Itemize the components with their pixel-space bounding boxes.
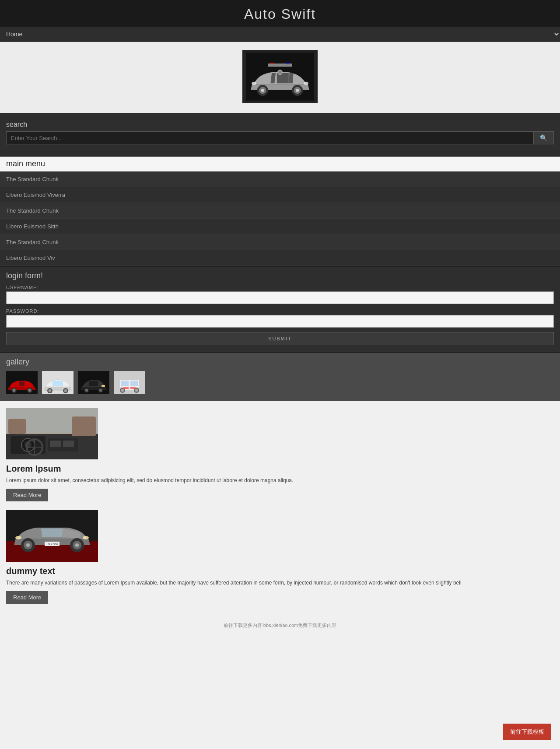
username-label: USERNAME: (6, 285, 554, 290)
search-section: search 🔍 (6, 117, 554, 144)
submit-button[interactable]: SUBMIT (6, 332, 554, 345)
site-header: Auto Swift (0, 0, 560, 27)
password-input[interactable] (6, 315, 554, 328)
gallery-thumb-4[interactable] (114, 371, 145, 394)
footer-watermark: 前往下载更多内容 bbs.xieniao.com免费下载更多内容 (0, 620, 560, 631)
menu-item[interactable]: The Standard Chunk (0, 203, 560, 219)
site-title: Auto Swift (0, 6, 560, 22)
login-section: login form! USERNAME: PASSWORD: SUBMIT (0, 266, 560, 352)
svg-point-37 (135, 389, 138, 392)
read-more-button-2[interactable]: Read More (6, 591, 48, 604)
svg-point-17 (28, 389, 32, 392)
svg-text:SLK 500: SLK 500 (48, 543, 58, 546)
main-menu-section: main menu (0, 157, 560, 172)
article-2-text: There are many variations of passages of… (6, 579, 554, 587)
svg-rect-39 (130, 387, 136, 389)
svg-rect-38 (123, 387, 129, 389)
svg-point-15 (13, 389, 16, 392)
read-more-button-1[interactable]: Read More (6, 489, 48, 501)
menu-items-section: The Standard Chunk Libero Euismod Viverr… (0, 172, 560, 266)
svg-rect-31 (121, 381, 129, 386)
article-1-image (6, 408, 98, 459)
search-title: search (6, 117, 554, 131)
menu-item[interactable]: Libero Euismod Viverra (0, 187, 560, 203)
username-input[interactable] (6, 291, 554, 304)
menu-item[interactable]: Libero Euismod Sitth (0, 219, 560, 234)
svg-point-25 (85, 389, 88, 392)
watermark-text: 前往下载更多内容 bbs.xieniao.com免费下载更多内容 (224, 623, 337, 628)
svg-rect-32 (130, 381, 138, 386)
article-1-text: Lorem ipsum dolor sit amet, consectetur … (6, 476, 554, 484)
gallery-title: gallery (6, 357, 554, 367)
banner-image (242, 50, 318, 103)
search-button[interactable]: 🔍 (534, 131, 554, 144)
gallery-thumb-3[interactable] (78, 371, 109, 394)
article-2: SLK 500 dummy text There are many variat… (6, 510, 554, 604)
search-row: 🔍 (6, 131, 554, 144)
gallery-thumb-2[interactable] (42, 371, 74, 394)
svg-point-62 (75, 543, 79, 547)
svg-point-22 (64, 389, 67, 392)
article-2-title: dummy text (6, 566, 554, 576)
menu-item[interactable]: The Standard Chunk (0, 234, 560, 250)
gallery-section: gallery (0, 352, 560, 401)
gallery-thumb-1[interactable] (6, 371, 38, 394)
svg-point-12 (252, 82, 256, 85)
article-1: Lorem Ipsum Lorem ipsum dolor sit amet, … (6, 408, 554, 501)
main-content: Lorem Ipsum Lorem ipsum dolor sit amet, … (0, 401, 560, 620)
svg-point-64 (15, 536, 21, 539)
svg-point-27 (99, 389, 102, 392)
svg-point-10 (278, 70, 283, 75)
password-label: PASSWORD: (6, 308, 554, 314)
banner-car-svg (245, 52, 315, 101)
menu-item[interactable]: The Standard Chunk (0, 172, 560, 187)
svg-point-20 (49, 389, 52, 392)
svg-rect-51 (63, 441, 74, 447)
svg-point-6 (261, 89, 264, 92)
svg-rect-2 (270, 63, 273, 64)
svg-point-59 (26, 543, 30, 547)
svg-rect-28 (102, 385, 105, 387)
svg-rect-3 (286, 63, 289, 64)
svg-rect-53 (8, 419, 26, 434)
article-1-title: Lorem Ipsum (6, 464, 554, 474)
menu-item[interactable]: Libero Euismod Viv (0, 250, 560, 266)
article-2-image: SLK 500 (6, 510, 98, 562)
svg-rect-50 (50, 441, 61, 447)
svg-point-35 (121, 389, 124, 392)
nav-select[interactable]: Home About Gallery Contact (0, 27, 560, 42)
nav-bar[interactable]: Home About Gallery Contact (0, 27, 560, 42)
svg-point-9 (296, 89, 299, 92)
svg-rect-52 (72, 416, 96, 436)
main-menu-title: main menu (6, 159, 554, 168)
gallery-grid (6, 371, 554, 394)
banner-area (0, 42, 560, 113)
sidebar: search 🔍 (0, 113, 560, 157)
login-title: login form! (6, 271, 554, 280)
search-input[interactable] (6, 131, 534, 144)
svg-point-11 (304, 82, 308, 85)
svg-point-63 (83, 536, 89, 539)
